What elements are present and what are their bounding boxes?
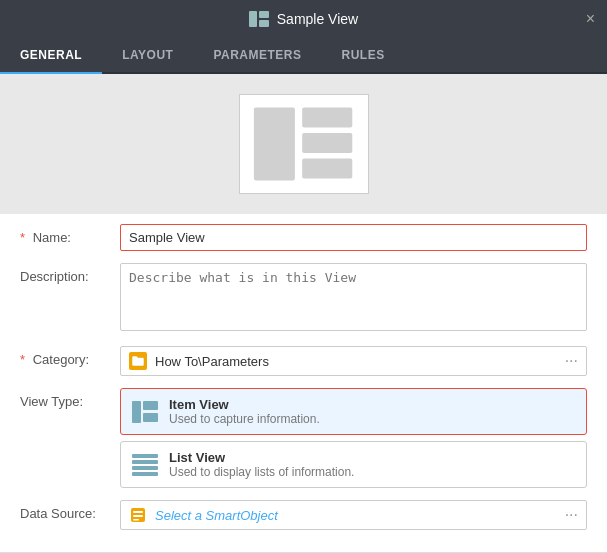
svg-rect-1	[259, 11, 269, 18]
svg-rect-2	[259, 20, 269, 27]
tab-rules[interactable]: RULES	[322, 38, 405, 74]
svg-rect-0	[249, 11, 257, 27]
name-input-container	[120, 224, 587, 251]
svg-rect-11	[132, 460, 158, 464]
name-required-star: *	[20, 230, 25, 245]
svg-rect-16	[133, 515, 143, 517]
category-required-star: *	[20, 352, 25, 367]
list-view-desc: Used to display lists of information.	[169, 465, 354, 479]
datasource-label: Data Source:	[20, 500, 120, 521]
list-view-title: List View	[169, 450, 354, 465]
title-bar: Sample View ×	[0, 0, 607, 38]
datasource-icon	[129, 506, 147, 524]
svg-rect-12	[132, 466, 158, 470]
category-row: * Category: How To\Parameters ···	[20, 346, 587, 376]
item-view-title: Item View	[169, 397, 320, 412]
svg-rect-9	[143, 413, 158, 422]
datasource-more-button[interactable]: ···	[559, 506, 578, 524]
list-view-text: List View Used to display lists of infor…	[169, 450, 354, 479]
item-view-card[interactable]: Item View Used to capture information.	[120, 388, 587, 435]
tab-layout[interactable]: LAYOUT	[102, 38, 193, 74]
svg-rect-17	[133, 519, 139, 521]
view-type-row: View Type: Item View Used to capture inf…	[20, 388, 587, 488]
category-label: * Category:	[20, 346, 120, 367]
svg-rect-8	[143, 401, 158, 410]
svg-rect-6	[302, 159, 352, 179]
svg-rect-3	[253, 108, 294, 181]
list-view-card[interactable]: List View Used to display lists of infor…	[120, 441, 587, 488]
description-input[interactable]	[120, 263, 587, 331]
item-view-icon	[131, 400, 159, 424]
category-folder-icon	[129, 352, 147, 370]
datasource-placeholder: Select a SmartObject	[155, 508, 559, 523]
tab-general[interactable]: GENERAL	[0, 38, 102, 74]
description-row: Description:	[20, 263, 587, 334]
description-input-container	[120, 263, 587, 334]
name-row: * Name:	[20, 224, 587, 251]
name-label-text: Name:	[33, 230, 71, 245]
item-view-text: Item View Used to capture information.	[169, 397, 320, 426]
datasource-row: Data Source: Select a SmartObject ···	[20, 500, 587, 530]
svg-rect-15	[133, 511, 143, 513]
category-label-text: Category:	[33, 352, 89, 367]
view-type-container: Item View Used to capture information. L…	[120, 388, 587, 488]
title-bar-content: Sample View	[249, 11, 358, 27]
preview-box	[239, 94, 369, 194]
view-icon	[249, 11, 269, 27]
svg-rect-7	[132, 401, 141, 423]
svg-rect-4	[302, 108, 352, 128]
category-more-button[interactable]: ···	[559, 352, 578, 370]
name-label: * Name:	[20, 224, 120, 245]
preview-area	[0, 74, 607, 214]
svg-rect-13	[132, 472, 158, 476]
tab-parameters[interactable]: PARAMETERS	[193, 38, 321, 74]
description-label: Description:	[20, 263, 120, 284]
form-area: * Name: Description: * Category: How	[0, 214, 607, 552]
svg-rect-5	[302, 133, 352, 153]
datasource-input-container: Select a SmartObject ···	[120, 500, 587, 530]
tabs-bar: GENERAL LAYOUT PARAMETERS RULES	[0, 38, 607, 74]
close-button[interactable]: ×	[586, 11, 595, 27]
category-input-container: How To\Parameters ···	[120, 346, 587, 376]
svg-rect-10	[132, 454, 158, 458]
list-view-icon	[131, 453, 159, 477]
view-type-label: View Type:	[20, 388, 120, 409]
name-input[interactable]	[120, 224, 587, 251]
category-selector[interactable]: How To\Parameters ···	[120, 346, 587, 376]
datasource-selector[interactable]: Select a SmartObject ···	[120, 500, 587, 530]
category-value: How To\Parameters	[155, 354, 559, 369]
item-view-desc: Used to capture information.	[169, 412, 320, 426]
title-bar-title: Sample View	[277, 11, 358, 27]
